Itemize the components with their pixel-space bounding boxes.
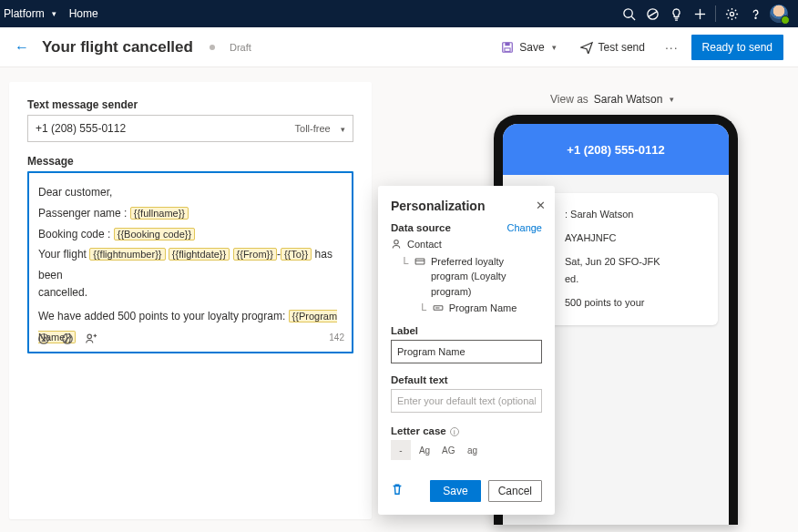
overflow-menu[interactable]: ···: [661, 40, 682, 55]
data-source-program: L Program Name: [391, 301, 542, 316]
panel-cancel-button[interactable]: Cancel: [488, 480, 542, 502]
message-line: Dear customer,: [38, 182, 343, 203]
case-title-button[interactable]: Ag: [414, 440, 435, 460]
message-label: Message: [27, 155, 353, 168]
command-bar: ← Your flight cancelled Draft Save ▾ Tes…: [0, 27, 798, 67]
global-nav: Platform ▾ Home: [0, 0, 798, 27]
bubble-line: ed.: [565, 271, 705, 289]
close-icon[interactable]: ✕: [536, 199, 546, 212]
send-icon: [580, 41, 593, 54]
test-send-label: Test send: [598, 41, 645, 54]
lightbulb-icon[interactable]: [664, 0, 688, 27]
bubble-line: AYAHJNFC: [565, 230, 705, 248]
divider: [715, 5, 716, 22]
chevron-down-icon: ▾: [341, 125, 345, 134]
svg-rect-20: [415, 259, 425, 264]
token-booking-code[interactable]: {{Booking code}}: [114, 228, 195, 240]
label-field-label: Label: [391, 325, 542, 336]
cancel-icon[interactable]: [60, 332, 75, 346]
token-flight-number[interactable]: {{flightnumber}}: [89, 248, 165, 261]
char-counter: 142: [329, 329, 344, 346]
save-label: Save: [519, 41, 544, 54]
brand-label: Platform: [4, 7, 45, 20]
change-link[interactable]: Change: [506, 222, 542, 233]
message-line: Passenger name : {{fullname}}: [38, 203, 343, 224]
target-icon[interactable]: [640, 0, 664, 27]
message-line: cancelled.: [38, 286, 343, 299]
chevron-down-icon: ▾: [52, 9, 56, 18]
token-from[interactable]: {{From}}: [233, 248, 277, 261]
svg-line-1: [631, 16, 635, 20]
bubble-line: Sat, Jun 20 SFO-JFK: [565, 253, 705, 271]
chevron-down-icon: ▾: [670, 95, 674, 104]
svg-point-16: [87, 334, 91, 338]
default-text-input[interactable]: [391, 389, 542, 413]
panel-save-button[interactable]: Save: [430, 480, 480, 502]
ready-to-send-button[interactable]: Ready to send: [691, 35, 783, 60]
svg-point-6: [730, 12, 733, 15]
field-icon: [433, 302, 444, 313]
token-fullname[interactable]: {{fullname}}: [130, 207, 189, 220]
search-icon[interactable]: [617, 0, 640, 27]
chevron-down-icon: ▾: [552, 43, 557, 52]
case-none-button[interactable]: -: [391, 440, 411, 460]
svg-point-11: [39, 334, 49, 344]
status-badge: Draft: [230, 42, 251, 53]
svg-rect-10: [505, 47, 510, 51]
default-text-label: Default text: [391, 374, 542, 385]
app-brand[interactable]: Platform ▾ Home: [4, 7, 98, 20]
case-upper-button[interactable]: AG: [438, 440, 458, 460]
svg-point-19: [394, 240, 399, 245]
letter-case-group: - Ag AG ag: [391, 440, 542, 460]
card-icon: [414, 256, 425, 267]
token-to[interactable]: {{To}}: [281, 248, 312, 261]
sender-select[interactable]: +1 (208) 555-0112 Toll-free ▾: [27, 115, 353, 142]
info-icon[interactable]: i: [450, 427, 459, 436]
data-source-label: Data source Change: [391, 222, 542, 233]
personalize-icon[interactable]: [84, 332, 98, 346]
svg-point-0: [623, 8, 631, 16]
message-line: Your flight {{flightnumber}} {{flightdat…: [38, 244, 343, 286]
save-icon: [501, 41, 514, 54]
view-as-name: Sarah Watson: [594, 93, 663, 106]
user-avatar[interactable]: [767, 0, 791, 27]
main-area: Text message sender +1 (208) 555-0112 To…: [0, 67, 798, 532]
view-as-label: View as: [550, 93, 588, 106]
help-icon[interactable]: [743, 0, 767, 27]
svg-point-12: [42, 337, 43, 338]
panel-footer: Save Cancel: [391, 480, 542, 502]
svg-rect-9: [506, 42, 510, 46]
bubble-line: 500 points to your: [565, 294, 705, 312]
sender-label: Text message sender: [27, 98, 353, 111]
message-line: Booking code : {{Booking code}}: [38, 224, 343, 245]
test-send-button[interactable]: Test send: [573, 37, 652, 57]
back-button[interactable]: ←: [15, 39, 33, 56]
sender-value: +1 (208) 555-0112: [36, 122, 126, 135]
svg-point-7: [754, 17, 755, 18]
editor-card: Text message sender +1 (208) 555-0112 To…: [9, 82, 372, 519]
status-dot-icon: [210, 45, 215, 50]
save-button[interactable]: Save ▾: [494, 37, 563, 57]
svg-point-13: [45, 337, 46, 338]
message-toolbar: [36, 332, 98, 346]
breadcrumb-home[interactable]: Home: [69, 7, 98, 20]
add-icon[interactable]: [688, 0, 711, 27]
personalization-panel: Personalization ✕ Data source Change Con…: [378, 186, 555, 515]
sender-tag: Toll-free: [295, 123, 331, 134]
person-icon: [391, 239, 402, 250]
token-flight-date[interactable]: {{flightdate}}: [169, 248, 230, 261]
view-as-selector[interactable]: View as Sarah Watson ▾: [550, 93, 674, 106]
svg-line-15: [65, 336, 71, 343]
data-source-contact: Contact: [391, 237, 542, 252]
bubble-line: : Sarah Watson: [565, 206, 705, 224]
gear-icon[interactable]: [720, 0, 743, 27]
delete-button[interactable]: [391, 483, 404, 499]
phone-header: +1 (208) 555-0112: [503, 124, 729, 175]
panel-title: Personalization: [391, 199, 542, 213]
emoji-icon[interactable]: [36, 332, 51, 346]
letter-case-label: Letter casei: [391, 425, 542, 437]
message-textarea[interactable]: Dear customer, Passenger name : {{fullna…: [27, 171, 353, 353]
svg-line-3: [648, 11, 656, 16]
label-input[interactable]: [391, 340, 542, 363]
case-lower-button[interactable]: ag: [462, 440, 482, 460]
